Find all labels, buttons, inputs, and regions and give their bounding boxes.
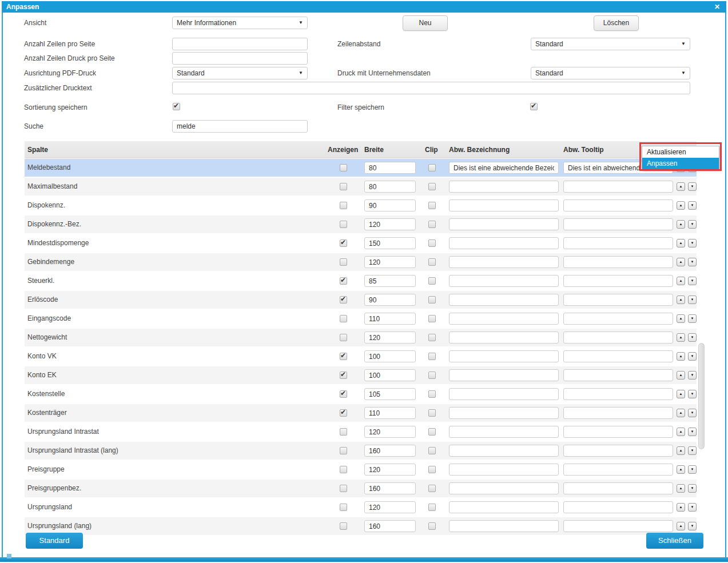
row-bezeichnung-input[interactable] <box>449 369 559 381</box>
table-row[interactable]: Ursprungsland Intrastat (lang) ▲ ▼ <box>25 442 697 460</box>
table-row[interactable]: Preisgruppenbez. ▲ ▼ <box>25 480 697 497</box>
row-bezeichnung-input[interactable] <box>449 275 559 287</box>
row-anzeigen-checkbox[interactable] <box>340 315 347 322</box>
row-bezeichnung-input[interactable] <box>449 237 559 249</box>
table-row[interactable]: Kostenträger ▲ ▼ <box>25 404 697 422</box>
row-bezeichnung-input[interactable] <box>449 426 559 438</box>
row-anzeigen-checkbox[interactable] <box>340 522 347 530</box>
row-clip-checkbox[interactable] <box>428 447 436 454</box>
row-bezeichnung-input[interactable] <box>449 501 559 513</box>
row-tooltip-input[interactable] <box>563 275 673 287</box>
row-clip-checkbox[interactable] <box>428 428 436 436</box>
row-clip-checkbox[interactable] <box>428 485 436 492</box>
row-tooltip-input[interactable] <box>563 388 673 400</box>
row-bezeichnung-input[interactable] <box>449 218 559 230</box>
row-breite-input[interactable] <box>364 275 416 287</box>
table-row[interactable]: Konto VK ▲ ▼ <box>25 348 697 365</box>
row-clip-checkbox[interactable] <box>428 353 436 360</box>
table-row[interactable]: Konto EK ▲ ▼ <box>25 366 697 384</box>
row-anzeigen-checkbox[interactable] <box>340 466 347 473</box>
resize-grip[interactable] <box>7 554 11 558</box>
schliessen-button[interactable]: Schließen <box>646 533 703 549</box>
row-move-up-button[interactable]: ▲ <box>677 352 685 361</box>
row-anzeigen-checkbox[interactable] <box>340 504 347 511</box>
table-row[interactable]: Gebindemenge ▲ ▼ <box>25 253 697 271</box>
row-move-up-button[interactable]: ▲ <box>677 333 685 342</box>
table-row[interactable]: Maximalbestand ▲ ▼ <box>25 178 697 195</box>
row-move-down-button[interactable]: ▼ <box>688 182 697 191</box>
table-row[interactable]: Erlöscode ▲ ▼ <box>25 291 697 309</box>
row-bezeichnung-input[interactable] <box>449 294 559 306</box>
row-breite-input[interactable] <box>364 199 416 211</box>
table-row[interactable]: Dispokennz.-Bez. ▲ ▼ <box>25 215 697 233</box>
row-breite-input[interactable] <box>364 294 416 306</box>
table-row[interactable]: Kostenstelle ▲ ▼ <box>25 385 697 403</box>
row-tooltip-input[interactable] <box>563 464 673 476</box>
row-anzeigen-checkbox[interactable] <box>340 447 347 454</box>
row-tooltip-input[interactable] <box>563 426 673 438</box>
row-breite-input[interactable] <box>364 256 416 268</box>
suche-input[interactable] <box>172 120 308 133</box>
row-anzeigen-checkbox[interactable] <box>340 183 347 190</box>
row-breite-input[interactable] <box>364 218 416 230</box>
row-move-down-button[interactable]: ▼ <box>688 277 697 285</box>
row-anzeigen-checkbox[interactable] <box>340 428 347 436</box>
table-row[interactable]: Preisgruppe ▲ ▼ <box>25 461 697 478</box>
row-anzeigen-checkbox[interactable] <box>340 353 347 360</box>
anzahl-zeilen-input[interactable] <box>172 38 308 50</box>
row-tooltip-input[interactable] <box>563 313 673 325</box>
row-clip-checkbox[interactable] <box>428 466 436 473</box>
row-move-up-button[interactable]: ▲ <box>677 409 685 417</box>
row-anzeigen-checkbox[interactable] <box>340 409 347 417</box>
row-clip-checkbox[interactable] <box>428 522 436 530</box>
row-move-up-button[interactable]: ▲ <box>677 277 685 285</box>
row-clip-checkbox[interactable] <box>428 164 436 171</box>
zeilenabstand-select[interactable]: Standard ▼ <box>531 38 690 50</box>
row-move-down-button[interactable]: ▼ <box>688 220 697 229</box>
row-move-down-button[interactable]: ▼ <box>688 428 697 436</box>
menu-item-aktualisieren[interactable]: Aktualisieren <box>642 146 719 158</box>
table-row[interactable]: Ursprungsland (lang) ▲ ▼ <box>25 517 697 535</box>
row-tooltip-input[interactable] <box>563 332 673 344</box>
anzahl-zeilen-druck-input[interactable] <box>172 52 308 65</box>
row-move-down-button[interactable]: ▼ <box>688 333 697 342</box>
neu-button[interactable]: Neu <box>403 15 448 31</box>
row-anzeigen-checkbox[interactable] <box>340 334 347 341</box>
row-anzeigen-checkbox[interactable] <box>340 239 347 247</box>
row-breite-input[interactable] <box>364 482 416 494</box>
row-bezeichnung-input[interactable] <box>449 181 559 193</box>
row-move-up-button[interactable]: ▲ <box>677 428 685 436</box>
row-anzeigen-checkbox[interactable] <box>340 390 347 398</box>
row-move-up-button[interactable]: ▲ <box>677 201 685 210</box>
table-row[interactable]: Dispokennz. ▲ ▼ <box>25 197 697 214</box>
row-tooltip-input[interactable] <box>563 237 673 249</box>
row-tooltip-input[interactable] <box>563 482 673 494</box>
row-breite-input[interactable] <box>364 426 416 438</box>
row-tooltip-input[interactable] <box>563 369 673 381</box>
row-tooltip-input[interactable] <box>563 350 673 362</box>
row-breite-input[interactable] <box>364 445 416 457</box>
table-row[interactable]: Steuerkl. ▲ ▼ <box>25 272 697 290</box>
row-move-down-button[interactable]: ▼ <box>688 239 697 247</box>
filter-checkbox[interactable] <box>530 103 538 110</box>
row-bezeichnung-input[interactable] <box>449 445 559 457</box>
row-bezeichnung-input[interactable] <box>449 482 559 494</box>
row-anzeigen-checkbox[interactable] <box>340 277 347 285</box>
row-breite-input[interactable] <box>364 520 416 532</box>
row-move-down-button[interactable]: ▼ <box>688 296 697 304</box>
row-clip-checkbox[interactable] <box>428 202 436 209</box>
close-icon[interactable]: ✕ <box>713 1 722 13</box>
row-bezeichnung-input[interactable] <box>449 256 559 268</box>
row-clip-checkbox[interactable] <box>428 221 436 228</box>
row-move-up-button[interactable]: ▲ <box>677 446 685 455</box>
row-anzeigen-checkbox[interactable] <box>340 372 347 379</box>
row-bezeichnung-input[interactable] <box>449 350 559 362</box>
row-move-up-button[interactable]: ▲ <box>677 503 685 512</box>
row-move-up-button[interactable]: ▲ <box>677 258 685 266</box>
ansicht-select[interactable]: Mehr Informationen ▼ <box>172 17 308 29</box>
row-move-up-button[interactable]: ▲ <box>677 239 685 247</box>
row-anzeigen-checkbox[interactable] <box>340 221 347 228</box>
row-anzeigen-checkbox[interactable] <box>340 296 347 304</box>
row-move-down-button[interactable]: ▼ <box>688 465 697 474</box>
row-breite-input[interactable] <box>364 388 416 400</box>
